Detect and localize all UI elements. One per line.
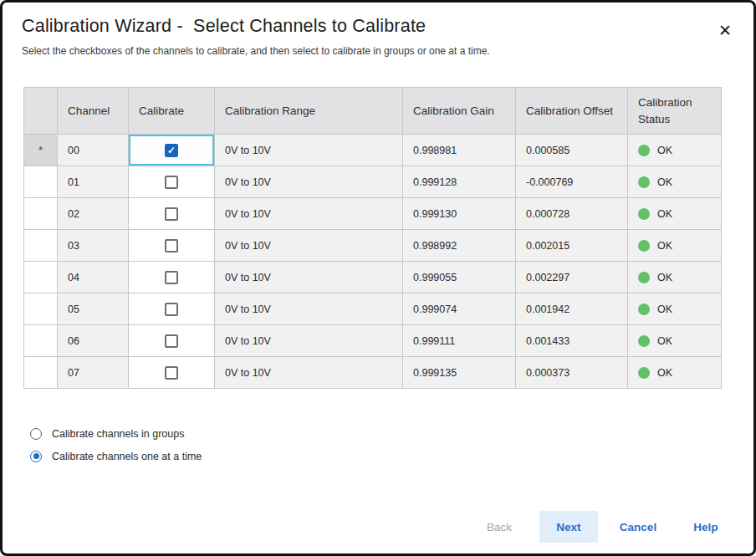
table-row[interactable]: 04 0V to 10V 0.999055 0.002297 OK: [24, 262, 722, 293]
calibration-gain-cell: 0.998992: [403, 230, 516, 262]
help-button[interactable]: Help: [678, 511, 733, 543]
calibration-offset-cell: 0.002015: [516, 230, 628, 262]
calibration-status-cell: OK: [628, 293, 722, 325]
calibration-range-cell: 0V to 10V: [215, 325, 403, 357]
calibrate-checkbox[interactable]: [165, 176, 178, 189]
status-label: OK: [657, 272, 672, 283]
radio-calibrate-in-groups[interactable]: Calibrate channels in groups: [30, 422, 753, 445]
channels-table-body: * 00 ✓ 0V to 10V 0.998981 0.000585 OK 01…: [24, 135, 722, 389]
calibrate-cell[interactable]: [129, 230, 215, 262]
calibration-gain-cell: 0.999130: [403, 198, 516, 230]
calibration-offset-cell: 0.000728: [516, 198, 628, 230]
calibration-mode-options: Calibrate channels in groups Calibrate c…: [30, 422, 753, 467]
calibration-status-cell: OK: [628, 166, 722, 198]
calibration-status-cell: OK: [628, 198, 722, 230]
table-row[interactable]: 07 0V to 10V 0.999135 0.000373 OK: [24, 357, 722, 389]
cancel-button[interactable]: Cancel: [610, 511, 666, 543]
status-ok-icon: [638, 304, 650, 315]
calibration-status-cell: OK: [628, 135, 722, 166]
calibrate-cell[interactable]: [129, 357, 215, 389]
col-header-channel: Channel: [58, 88, 129, 135]
status-ok-icon: [638, 272, 650, 283]
channel-cell: 00: [58, 135, 129, 166]
status-label: OK: [657, 335, 672, 347]
table-row[interactable]: 02 0V to 10V 0.999130 0.000728 OK: [24, 198, 722, 230]
calibrate-checkbox[interactable]: ✓: [165, 144, 178, 157]
next-button[interactable]: Next: [539, 511, 598, 543]
calibration-offset-cell: 0.001942: [516, 293, 628, 325]
table-row[interactable]: * 00 ✓ 0V to 10V 0.998981 0.000585 OK: [24, 135, 722, 166]
calibrate-checkbox[interactable]: [165, 239, 178, 252]
radio-icon[interactable]: [30, 428, 42, 440]
status-label: OK: [657, 145, 672, 156]
calibrate-cell[interactable]: [129, 262, 215, 293]
calibration-offset-cell: 0.002297: [516, 262, 628, 293]
calibration-wizard-dialog: Calibration Wizard - Select Channels to …: [0, 0, 756, 556]
calibrate-checkbox[interactable]: [165, 207, 178, 221]
status-label: OK: [657, 240, 672, 252]
calibrate-cell[interactable]: ✓: [129, 135, 215, 166]
current-row-marker: [24, 230, 58, 262]
calibrate-cell[interactable]: [129, 166, 215, 198]
calibration-gain-cell: 0.998981: [403, 135, 516, 166]
calibration-range-cell: 0V to 10V: [215, 262, 403, 293]
dialog-title: Calibration Wizard - Select Channels to …: [22, 16, 703, 37]
current-row-marker: [24, 262, 58, 293]
radio-label-one-at-a-time: Calibrate channels one at a time: [52, 451, 202, 462]
calibration-offset-cell: 0.000585: [516, 135, 628, 166]
calibration-range-cell: 0V to 10V: [215, 198, 403, 230]
calibration-range-cell: 0V to 10V: [215, 230, 403, 262]
dialog-footer: Back Next Cancel Help: [472, 511, 733, 543]
calibration-status-cell: OK: [628, 357, 722, 389]
col-header-calibration-gain: Calibration Gain: [403, 88, 516, 135]
calibration-status-cell: OK: [628, 262, 722, 293]
status-label: OK: [657, 208, 672, 220]
calibration-offset-cell: 0.000373: [516, 357, 628, 389]
dialog-subtitle: Select the checkboxes of the channels to…: [22, 45, 734, 57]
close-button[interactable]: ✕: [713, 19, 737, 43]
radio-calibrate-one-at-a-time[interactable]: Calibrate channels one at a time: [30, 445, 753, 467]
status-ok-icon: [638, 367, 650, 379]
calibration-gain-cell: 0.999128: [403, 166, 516, 198]
table-row[interactable]: 01 0V to 10V 0.999128 -0.000769 OK: [24, 166, 722, 198]
channel-cell: 03: [58, 230, 129, 262]
calibrate-cell[interactable]: [129, 293, 215, 325]
channel-cell: 07: [58, 357, 129, 389]
table-header-row: Channel Calibrate Calibration Range Cali…: [24, 88, 722, 135]
current-row-marker: [24, 325, 58, 357]
channels-table: Channel Calibrate Calibration Range Cali…: [23, 87, 722, 389]
status-label: OK: [657, 304, 672, 315]
calibrate-checkbox[interactable]: [165, 271, 178, 284]
current-row-marker: [24, 293, 58, 325]
row-header-corner: [24, 88, 58, 135]
radio-icon[interactable]: [30, 451, 42, 462]
table-row[interactable]: 06 0V to 10V 0.999111 0.001433 OK: [24, 325, 722, 357]
status-label: OK: [657, 367, 672, 379]
table-row[interactable]: 05 0V to 10V 0.999074 0.001942 OK: [24, 293, 722, 325]
radio-label-groups: Calibrate channels in groups: [52, 428, 184, 440]
current-row-marker: [24, 166, 58, 198]
current-row-marker: [24, 357, 58, 389]
status-ok-icon: [638, 145, 650, 156]
status-ok-icon: [638, 176, 650, 188]
calibrate-checkbox[interactable]: [165, 366, 178, 380]
calibration-range-cell: 0V to 10V: [215, 135, 403, 166]
calibration-status-cell: OK: [628, 325, 722, 357]
back-button[interactable]: Back: [472, 511, 527, 543]
calibrate-cell[interactable]: [129, 325, 215, 357]
calibrate-checkbox[interactable]: [165, 334, 178, 348]
calibrate-checkbox[interactable]: [165, 303, 178, 316]
status-ok-icon: [638, 335, 650, 347]
calibration-range-cell: 0V to 10V: [215, 166, 403, 198]
channel-cell: 04: [58, 262, 129, 293]
table-row[interactable]: 03 0V to 10V 0.998992 0.002015 OK: [24, 230, 722, 262]
channel-cell: 06: [58, 325, 129, 357]
calibration-gain-cell: 0.999135: [403, 357, 516, 389]
channel-cell: 01: [58, 166, 129, 198]
calibrate-cell[interactable]: [129, 198, 215, 230]
col-header-calibration-range: Calibration Range: [215, 88, 403, 135]
close-icon: ✕: [718, 22, 732, 39]
status-ok-icon: [638, 240, 650, 252]
current-row-marker: [24, 198, 58, 230]
calibration-status-cell: OK: [628, 230, 722, 262]
